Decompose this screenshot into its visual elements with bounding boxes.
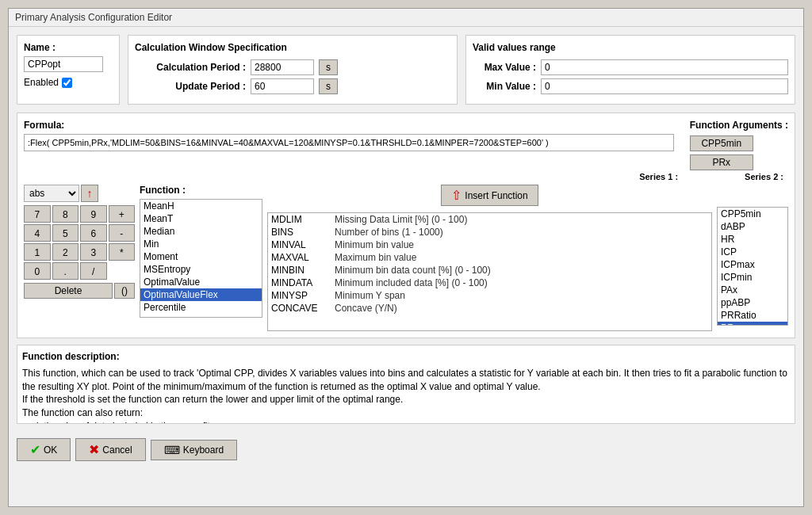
btn-minus[interactable]: -	[109, 224, 136, 242]
var-item[interactable]: ppABP	[718, 296, 787, 309]
calc-pad: abs sin cos sqrt ↑ 7 8 9 + 4 5	[24, 185, 135, 331]
btn-multiply[interactable]: *	[109, 243, 136, 261]
keyboard-label: Keyboard	[183, 444, 224, 456]
window-title: Primary Analysis Configuration Editor	[15, 12, 172, 23]
func-title: Function :	[140, 185, 262, 196]
insert-function-btn[interactable]: ⇧ Insert Function	[441, 185, 538, 206]
func-item[interactable]: Percentile	[140, 301, 262, 314]
btn-dot[interactable]: .	[52, 262, 79, 280]
func-item[interactable]: OptimalValue	[140, 276, 262, 288]
var-item[interactable]: PAx	[718, 284, 787, 296]
var-item[interactable]: PRRatio	[718, 309, 787, 322]
insert-btn-label: Insert Function	[465, 190, 527, 201]
func-list-section: Function : MeanH MeanT Median Min Moment…	[140, 185, 262, 331]
func-item-selected[interactable]: OptimalValueFlex	[140, 288, 262, 301]
cancel-label: Cancel	[102, 444, 132, 456]
option-row: MDLIM Missing Data Limit [%] (0 - 100)	[268, 213, 711, 226]
paren-btn[interactable]: ()	[114, 283, 135, 299]
option-key: MINBIN	[271, 265, 327, 276]
btn-2[interactable]: 2	[52, 243, 79, 261]
option-desc: Concave (Y/N)	[335, 303, 397, 314]
var-item[interactable]: dABP	[718, 220, 787, 233]
btn-divide[interactable]: /	[80, 262, 107, 280]
abs-select[interactable]: abs sin cos sqrt	[24, 185, 79, 202]
func-args-title: Function Arguments :	[690, 120, 788, 131]
period-input[interactable]	[251, 59, 314, 75]
formula-section: Formula: Function Arguments : CPP5min PR…	[17, 113, 795, 338]
num-grid: 7 8 9 + 4 5 6 - 1 2 3 * 0 . /	[24, 205, 135, 280]
enabled-checkbox[interactable]	[62, 78, 72, 88]
btn-0[interactable]: 0	[24, 262, 51, 280]
ok-button[interactable]: ✔ OK	[17, 438, 71, 461]
func-item[interactable]: Moment	[140, 250, 262, 263]
update-input[interactable]	[251, 78, 314, 94]
var-item-selected[interactable]: PRx	[718, 322, 787, 326]
func-item[interactable]: Min	[140, 238, 262, 250]
enabled-label: Enabled	[24, 77, 59, 88]
btn-8[interactable]: 8	[52, 205, 79, 223]
func-item[interactable]: Median	[140, 225, 262, 238]
calc-section: Calculation Window Specification Calcula…	[128, 35, 458, 105]
btn-3[interactable]: 3	[80, 243, 107, 261]
var-item[interactable]: ICPmin	[718, 271, 787, 284]
option-row: MINYSP Minimum Y span	[268, 289, 711, 302]
var-item[interactable]: CPP5min	[718, 208, 787, 220]
btn-6[interactable]: 6	[80, 224, 107, 242]
series1-btn[interactable]: CPP5min	[690, 135, 753, 151]
series2-btn[interactable]: PRx	[690, 154, 753, 170]
valid-section-title: Valid values range	[473, 42, 788, 53]
min-input[interactable]	[541, 78, 788, 94]
cancel-button[interactable]: ✖ Cancel	[75, 438, 145, 461]
option-key: MINDATA	[271, 277, 327, 288]
option-row: MINDATA Minimum included data [%] (0 - 1…	[268, 277, 711, 289]
max-input[interactable]	[541, 59, 788, 75]
func-list[interactable]: MeanH MeanT Median Min Moment MSEntropy …	[140, 199, 262, 318]
var-item[interactable]: ICPmax	[718, 258, 787, 271]
option-desc: Minimum Y span	[335, 290, 405, 301]
options-list[interactable]: MDLIM Missing Data Limit [%] (0 - 100) B…	[267, 212, 712, 331]
option-row: MAXVAL Maximum bin value	[268, 251, 711, 264]
var-item[interactable]: ICP	[718, 246, 787, 258]
btn-1[interactable]: 1	[24, 243, 51, 261]
option-desc: Minimum bin data count [%] (0 - 100)	[335, 265, 491, 276]
btn-7[interactable]: 7	[24, 205, 51, 223]
btn-4[interactable]: 4	[24, 224, 51, 242]
btn-plus[interactable]: +	[109, 205, 136, 223]
calc-section-title: Calculation Window Specification	[135, 42, 450, 53]
func-item[interactable]: MSEntropy	[140, 263, 262, 276]
max-label: Max Value :	[473, 62, 536, 73]
func-item[interactable]: MeanH	[140, 200, 262, 212]
option-key: MAXVAL	[271, 252, 327, 263]
option-row: BINS Number of bins (1 - 1000)	[268, 226, 711, 238]
btn-9[interactable]: 9	[80, 205, 107, 223]
up-arrow-btn[interactable]: ↑	[81, 185, 98, 202]
keyboard-icon: ⌨	[164, 444, 180, 456]
option-row: CONCAVE Concave (Y/N)	[268, 302, 711, 315]
title-bar: Primary Analysis Configuration Editor	[9, 9, 803, 27]
option-desc: Number of bins (1 - 1000)	[335, 227, 443, 238]
keyboard-button[interactable]: ⌨ Keyboard	[151, 440, 237, 460]
formula-input[interactable]	[24, 134, 674, 151]
option-key: BINS	[271, 227, 327, 238]
name-input[interactable]	[24, 56, 103, 72]
check-icon: ✔	[30, 442, 40, 457]
func-desc-section: Function description: This function, whi…	[17, 345, 795, 424]
vars-list[interactable]: CPP5min dABP HR ICP ICPmax ICPmin PAx pp…	[717, 207, 788, 326]
period-label: Calculation Period :	[135, 62, 246, 73]
option-row: MINBIN Minimum bin data count [%] (0 - 1…	[268, 264, 711, 277]
option-key: MDLIM	[271, 214, 327, 225]
period-unit-btn[interactable]: s	[319, 59, 338, 75]
option-desc: Missing Data Limit [%] (0 - 100)	[335, 214, 467, 225]
var-item[interactable]: HR	[718, 233, 787, 246]
insert-arrow-icon: ⇧	[451, 188, 462, 203]
name-label: Name :	[24, 42, 113, 53]
delete-btn[interactable]: Delete	[24, 283, 113, 299]
btn-5[interactable]: 5	[52, 224, 79, 242]
option-desc: Minimum bin value	[335, 239, 414, 250]
func-item[interactable]: MeanT	[140, 212, 262, 225]
option-key: CONCAVE	[271, 303, 327, 314]
series2-label: Series 2 :	[745, 172, 783, 181]
formula-label: Formula:	[24, 120, 690, 131]
update-unit-btn[interactable]: s	[319, 78, 338, 94]
option-key: MINYSP	[271, 290, 327, 301]
